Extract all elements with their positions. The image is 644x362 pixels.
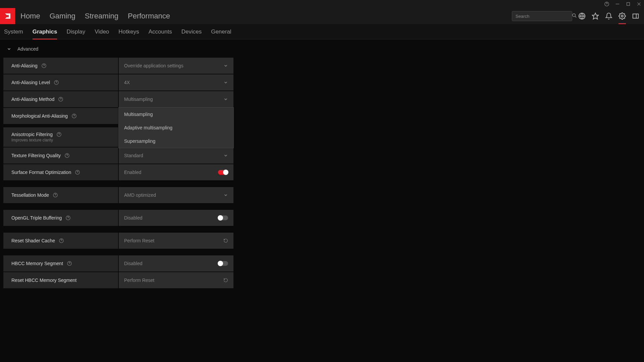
web-icon[interactable] [578, 12, 586, 20]
row-aa-level: Anti-Aliasing Level 4X [3, 74, 641, 90]
bell-icon[interactable] [605, 12, 612, 20]
label-ogl-triple: OpenGL Triple Buffering [3, 210, 118, 226]
dropdown-aa-level[interactable]: 4X [119, 74, 233, 90]
help-icon[interactable] [604, 2, 609, 6]
search-icon[interactable] [572, 13, 577, 19]
tab-graphics[interactable]: Graphics [33, 24, 57, 40]
svg-rect-2 [627, 3, 630, 6]
row-anti-aliasing: Anti-Aliasing Override application setti… [3, 58, 641, 74]
label-reset-hbcc: Reset HBCC Memory Segment [3, 272, 118, 288]
row-surf-opt: Surface Format Optimization Enabled [3, 164, 641, 180]
svg-point-9 [621, 15, 623, 17]
help-icon[interactable] [58, 97, 63, 102]
help-icon[interactable] [57, 132, 61, 137]
chevron-down-icon [223, 97, 228, 102]
chevron-down-icon [223, 63, 228, 68]
tab-accounts[interactable]: Accounts [149, 24, 172, 40]
help-icon[interactable] [67, 261, 72, 266]
label-anti-aliasing: Anti-Aliasing [3, 58, 118, 74]
label-surf-opt: Surface Format Optimization [3, 164, 118, 180]
chevron-down-icon [7, 47, 11, 51]
nav-home[interactable]: Home [20, 12, 40, 20]
toggle-ogl-triple[interactable]: Disabled [119, 210, 233, 226]
label-tex-filter: Texture Filtering Quality [3, 147, 118, 164]
row-aa-method: Anti-Aliasing Method Multisampling Multi… [3, 91, 641, 107]
label-aa-level: Anti-Aliasing Level [3, 74, 118, 90]
tab-display[interactable]: Display [66, 24, 85, 40]
reset-icon [223, 238, 228, 243]
tab-devices[interactable]: Devices [181, 24, 202, 40]
help-icon[interactable] [65, 153, 69, 158]
tab-video[interactable]: Video [95, 24, 109, 40]
row-hbcc: HBCC Memory Segment Disabled [3, 255, 641, 272]
close-icon[interactable] [637, 2, 641, 6]
row-aniso: Anisotropic Filtering Improves texture c… [3, 127, 641, 147]
maximize-icon[interactable] [626, 2, 631, 6]
chevron-down-icon [223, 80, 228, 85]
dropdown-menu-aa-method: Multisampling Adaptive multisampling Sup… [118, 107, 234, 148]
label-morph-aa: Morphological Anti-Aliasing [3, 108, 118, 124]
toggle-hbcc[interactable]: Disabled [119, 255, 233, 272]
star-icon[interactable] [592, 12, 599, 20]
sub-nav: System Graphics Display Video Hotkeys Ac… [0, 24, 644, 40]
label-hbcc: HBCC Memory Segment [3, 255, 118, 272]
label-reset-shader: Reset Shader Cache [3, 233, 118, 249]
search-input[interactable] [516, 14, 572, 19]
dropdown-anti-aliasing[interactable]: Override application settings [119, 58, 233, 74]
help-icon[interactable] [54, 80, 59, 85]
minimize-icon[interactable] [615, 2, 620, 6]
dropdown-tess[interactable]: AMD optimized [119, 187, 233, 203]
label-aniso: Anisotropic Filtering Improves texture c… [3, 127, 118, 147]
tab-general[interactable]: General [211, 24, 231, 40]
dropdown-aa-method[interactable]: Multisampling Multisampling Adaptive mul… [119, 91, 233, 107]
row-reset-hbcc: Reset HBCC Memory Segment Perform Reset [3, 272, 641, 288]
panel-icon[interactable] [632, 12, 639, 20]
nav-performance[interactable]: Performance [128, 12, 170, 20]
row-ogl-triple: OpenGL Triple Buffering Disabled [3, 210, 641, 226]
titlebar [0, 0, 644, 8]
nav-streaming[interactable]: Streaming [85, 12, 118, 20]
nav-gaming[interactable]: Gaming [50, 12, 75, 20]
option-multisampling[interactable]: Multisampling [119, 108, 233, 121]
gear-icon[interactable] [619, 12, 626, 20]
reset-icon [223, 278, 228, 283]
help-icon[interactable] [53, 193, 58, 197]
section-title: Advanced [17, 46, 38, 52]
toggle-surf-opt[interactable]: Enabled [119, 164, 233, 180]
row-tess: Tessellation Mode AMD optimized [3, 187, 641, 203]
settings-content: Advanced Anti-Aliasing Override applicat… [0, 40, 644, 293]
toggle-switch[interactable] [218, 216, 228, 220]
toggle-switch[interactable] [218, 170, 228, 175]
help-icon[interactable] [59, 238, 64, 243]
row-tex-filter: Texture Filtering Quality Standard [3, 147, 641, 164]
tab-hotkeys[interactable]: Hotkeys [118, 24, 139, 40]
svg-rect-10 [633, 14, 639, 18]
row-reset-shader: Reset Shader Cache Perform Reset [3, 233, 641, 249]
help-icon[interactable] [42, 63, 46, 68]
chevron-down-icon [223, 193, 228, 197]
toggle-switch[interactable] [218, 261, 228, 266]
help-icon[interactable] [75, 170, 80, 175]
svg-line-6 [575, 16, 577, 18]
section-advanced-header[interactable]: Advanced [3, 44, 641, 54]
button-reset-shader[interactable]: Perform Reset [119, 233, 233, 249]
dropdown-tex-filter[interactable]: Standard [119, 147, 233, 164]
svg-point-5 [573, 14, 576, 17]
svg-marker-8 [592, 13, 598, 19]
option-supersampling[interactable]: Supersampling [119, 134, 233, 148]
amd-logo[interactable] [0, 8, 15, 24]
label-aa-method: Anti-Aliasing Method [3, 91, 118, 107]
help-icon[interactable] [72, 114, 76, 118]
top-nav: Home Gaming Streaming Performance [0, 8, 644, 24]
tab-system[interactable]: System [4, 24, 23, 40]
help-icon[interactable] [66, 216, 70, 220]
chevron-down-icon [223, 153, 228, 158]
row-morph-aa: Morphological Anti-Aliasing [3, 108, 641, 124]
label-tess: Tessellation Mode [3, 187, 118, 203]
search-box[interactable] [512, 11, 572, 21]
option-adaptive-multisampling[interactable]: Adaptive multisampling [119, 121, 233, 134]
button-reset-hbcc[interactable]: Perform Reset [119, 272, 233, 288]
